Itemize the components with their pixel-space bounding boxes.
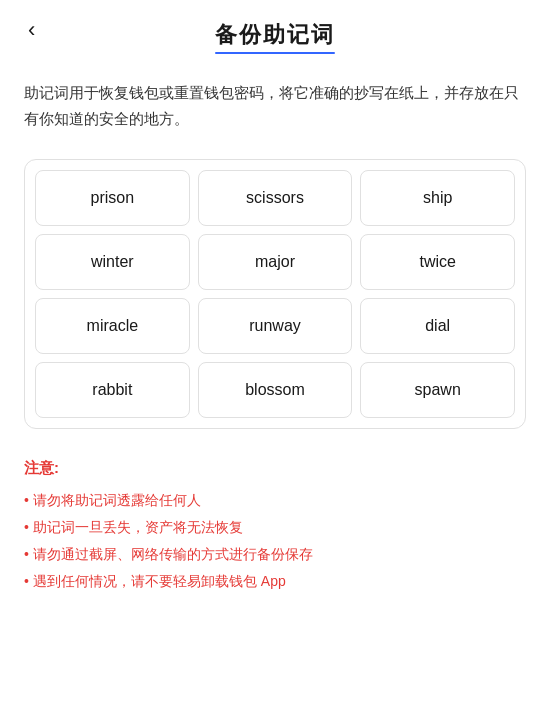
notice-bullet: • — [24, 542, 29, 567]
notice-item: •遇到任何情况，请不要轻易卸载钱包 App — [24, 569, 526, 594]
mnemonic-word[interactable]: spawn — [360, 362, 515, 418]
back-icon: ‹ — [28, 17, 35, 42]
mnemonic-word[interactable]: miracle — [35, 298, 190, 354]
mnemonic-word[interactable]: ship — [360, 170, 515, 226]
notice-item: •请勿将助记词透露给任何人 — [24, 488, 526, 513]
mnemonic-word[interactable]: runway — [198, 298, 353, 354]
mnemonic-word[interactable]: rabbit — [35, 362, 190, 418]
notice-title: 注意: — [24, 459, 526, 478]
notice-item: •助记词一旦丢失，资产将无法恢复 — [24, 515, 526, 540]
mnemonic-grid: prisonscissorsshipwintermajortwicemiracl… — [35, 170, 515, 418]
mnemonic-word[interactable]: twice — [360, 234, 515, 290]
description-text: 助记词用于恢复钱包或重置钱包密码，将它准确的抄写在纸上，并存放在只有你知道的安全… — [0, 60, 550, 149]
mnemonic-word[interactable]: blossom — [198, 362, 353, 418]
page-title: 备份助记词 — [215, 22, 335, 47]
mnemonic-grid-container: prisonscissorsshipwintermajortwicemiracl… — [24, 159, 526, 429]
title-underline — [215, 52, 335, 54]
mnemonic-word[interactable]: prison — [35, 170, 190, 226]
notice-item-text: 请勿通过截屏、网络传输的方式进行备份保存 — [33, 542, 313, 567]
notice-item-text: 遇到任何情况，请不要轻易卸载钱包 App — [33, 569, 286, 594]
notice-bullet: • — [24, 569, 29, 594]
header: ‹ 备份助记词 — [0, 0, 550, 60]
header-title-wrapper: 备份助记词 — [215, 20, 335, 50]
mnemonic-word[interactable]: winter — [35, 234, 190, 290]
notice-section: 注意: •请勿将助记词透露给任何人•助记词一旦丢失，资产将无法恢复•请勿通过截屏… — [0, 449, 550, 621]
notice-item: •请勿通过截屏、网络传输的方式进行备份保存 — [24, 542, 526, 567]
back-button[interactable]: ‹ — [20, 15, 43, 45]
notice-items: •请勿将助记词透露给任何人•助记词一旦丢失，资产将无法恢复•请勿通过截屏、网络传… — [24, 488, 526, 595]
notice-item-text: 请勿将助记词透露给任何人 — [33, 488, 201, 513]
mnemonic-word[interactable]: dial — [360, 298, 515, 354]
notice-item-text: 助记词一旦丢失，资产将无法恢复 — [33, 515, 243, 540]
notice-bullet: • — [24, 488, 29, 513]
notice-bullet: • — [24, 515, 29, 540]
mnemonic-word[interactable]: major — [198, 234, 353, 290]
mnemonic-word[interactable]: scissors — [198, 170, 353, 226]
